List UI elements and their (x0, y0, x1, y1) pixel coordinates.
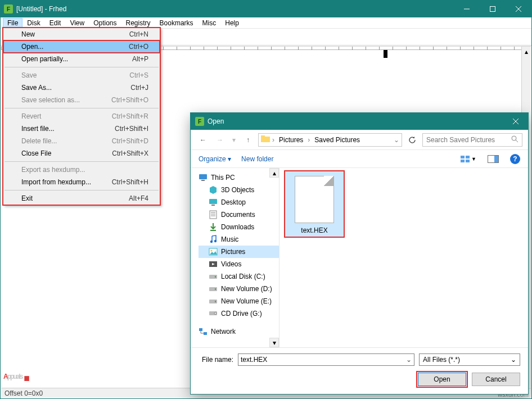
file-menu-insert-file[interactable]: Insert file...Ctrl+Shift+I (3, 123, 160, 135)
disk-icon (209, 272, 218, 281)
watermark-logo: Appuals. (3, 348, 30, 387)
tree-node-new-volume-d[interactable]: New Volume (D:) (199, 283, 279, 295)
menu-file[interactable]: File (3, 18, 22, 28)
tree-node-label: Downloads (221, 223, 254, 231)
menu-edit[interactable]: Edit (45, 18, 66, 28)
folder-icon (261, 135, 270, 144)
dialog-body: ▴ This PC3D ObjectsDesktopDocumentsDownl… (191, 168, 528, 347)
svg-rect-40 (204, 332, 207, 335)
menu-disk[interactable]: Disk (22, 18, 44, 28)
tree-node-videos[interactable]: Videos (199, 258, 279, 270)
file-menu-dropdown: NewCtrl+NOpen...Ctrl+OOpen partially...A… (3, 28, 160, 205)
svg-rect-8 (261, 135, 265, 138)
crumb-saved-pictures[interactable]: Saved Pictures (312, 136, 362, 144)
open-button[interactable]: Open (418, 373, 466, 386)
scroll-up-icon[interactable]: ▴ (522, 47, 531, 56)
svg-rect-17 (199, 174, 207, 179)
tree-node-this-pc[interactable]: This PC (199, 171, 279, 184)
file-thumbnail-icon (295, 176, 334, 223)
menu-options[interactable]: Options (89, 18, 121, 28)
open-dialog: F Open ← → ▾ ↑ › Pictures › Saved Pictur… (190, 112, 529, 395)
file-menu-save-as[interactable]: Save As...Ctrl+J (3, 81, 160, 94)
organize-menu[interactable]: Organize ▾ (199, 155, 231, 163)
tree-node-label: Documents (221, 211, 255, 219)
svg-line-5 (513, 119, 519, 124)
dialog-close-button[interactable] (503, 113, 528, 130)
file-menu-save-selection-as: Save selection as...Ctrl+Shift+O (3, 94, 160, 106)
nav-tree: ▴ This PC3D ObjectsDesktopDocumentsDownl… (191, 168, 279, 347)
file-menu-exit[interactable]: ExitAlt+F4 (3, 192, 160, 205)
menu-help[interactable]: Help (220, 18, 244, 28)
file-list-pane[interactable]: text.HEX (279, 168, 528, 347)
nav-history-dropdown[interactable]: ▾ (230, 133, 238, 147)
tree-node-network[interactable]: Network (199, 325, 279, 338)
filter-select[interactable]: All Files (*.*)⌄ (419, 353, 520, 366)
chevron-right-icon[interactable]: › (308, 136, 310, 144)
svg-line-3 (516, 6, 521, 12)
file-menu-open-partially[interactable]: Open partially...Alt+P (3, 53, 160, 65)
menu-bookmarks[interactable]: Bookmarks (155, 18, 198, 28)
svg-rect-12 (461, 160, 465, 162)
refresh-button[interactable] (405, 133, 419, 147)
tree-node-pictures[interactable]: Pictures (199, 246, 279, 258)
new-folder-button[interactable]: New folder (241, 155, 273, 163)
svg-rect-11 (461, 156, 465, 158)
menu-separator (4, 108, 159, 108)
menu-registry[interactable]: Registry (121, 18, 155, 28)
filename-label: File name: (199, 356, 233, 364)
tree-node-local-disk-c[interactable]: Local Disk (C:) (199, 270, 279, 283)
tree-node-documents[interactable]: Documents (199, 208, 279, 221)
title-text: [Untitled] - Frhed (16, 5, 454, 13)
svg-point-27 (214, 240, 217, 242)
search-icon (511, 135, 519, 144)
close-button[interactable] (506, 1, 531, 17)
chevron-right-icon[interactable]: › (272, 136, 274, 144)
file-menu-open[interactable]: Open...Ctrl+O (3, 40, 160, 53)
file-menu-revert: RevertCtrl+Shift+R (3, 110, 160, 123)
svg-point-38 (214, 312, 217, 315)
minimize-button[interactable] (454, 1, 480, 17)
chevron-down-icon[interactable]: ⌄ (394, 136, 399, 144)
chevron-down-icon[interactable]: ⌄ (406, 356, 412, 364)
file-menu-close-file[interactable]: Close FileCtrl+Shift+X (3, 147, 160, 160)
tree-node-new-volume-e[interactable]: New Volume (E:) (199, 295, 279, 307)
preview-pane-button[interactable] (488, 155, 499, 163)
maximize-button[interactable] (480, 1, 506, 17)
file-tile-selected[interactable]: text.HEX (284, 170, 345, 238)
pics-icon (209, 247, 218, 256)
help-button[interactable]: ? (510, 154, 520, 164)
nav-back-button[interactable]: ← (196, 133, 210, 147)
menu-misc[interactable]: Misc (198, 18, 221, 28)
nav-up-button[interactable]: ↑ (241, 133, 255, 147)
tree-node-downloads[interactable]: Downloads (199, 221, 279, 233)
tree-scroll-up[interactable]: ▴ (269, 168, 279, 178)
cancel-button[interactable]: Cancel (472, 373, 520, 386)
svg-line-6 (513, 119, 519, 124)
chevron-down-icon: ⌄ (511, 356, 516, 364)
crumb-pictures[interactable]: Pictures (277, 136, 305, 144)
file-menu-import-from-hexdump[interactable]: Import from hexdump...Ctrl+Shift+H (3, 176, 160, 188)
svg-rect-36 (215, 301, 216, 302)
filename-input[interactable]: text.HEX⌄ (238, 353, 414, 366)
menu-separator (4, 161, 159, 162)
dialog-footer: File name: text.HEX⌄ All Files (*.*)⌄ Op… (191, 347, 528, 394)
tree-node-desktop[interactable]: Desktop (199, 196, 279, 208)
tree-node-music[interactable]: Music (199, 233, 279, 246)
tree-node-label: New Volume (E:) (221, 297, 272, 305)
file-menu-new[interactable]: NewCtrl+N (3, 28, 160, 40)
view-mode-button[interactable]: ▼ (460, 155, 476, 163)
dialog-nav-bar: ← → ▾ ↑ › Pictures › Saved Pictures ⌄ Se… (191, 130, 528, 150)
nav-forward-button[interactable]: → (213, 133, 227, 147)
dl-icon (209, 223, 218, 232)
svg-point-26 (210, 241, 213, 243)
tree-node-3d-objects[interactable]: 3D Objects (199, 184, 279, 196)
dialog-title-bar: F Open (191, 113, 528, 130)
menu-bar: FileDiskEditViewOptionsRegistryBookmarks… (1, 17, 531, 29)
breadcrumb-bar[interactable]: › Pictures › Saved Pictures ⌄ (258, 133, 402, 147)
svg-rect-13 (466, 156, 470, 158)
menu-view[interactable]: View (65, 18, 89, 28)
tree-scroll-down[interactable]: ▾ (269, 338, 279, 347)
search-input[interactable]: Search Saved Pictures (422, 133, 522, 147)
tree-node-cd-drive-g[interactable]: CD Drive (G:) (199, 307, 279, 320)
menu-separator (4, 190, 159, 191)
